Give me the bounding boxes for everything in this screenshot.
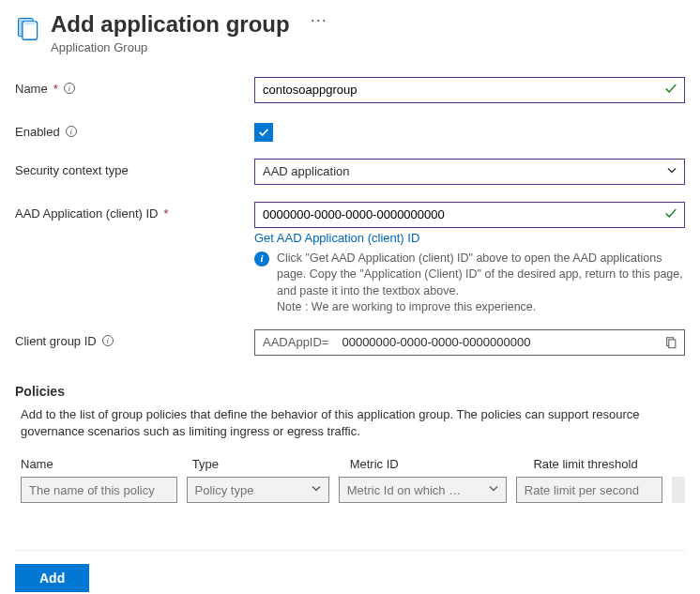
policy-col-metric: Metric ID <box>350 457 525 471</box>
name-input[interactable] <box>254 77 685 103</box>
policy-col-rate: Rate limit threshold <box>533 457 685 471</box>
security-context-label: Security context type <box>15 163 129 177</box>
add-button[interactable]: Add <box>15 564 89 592</box>
aad-client-id-help-text: Click "Get AAD Application (client) ID" … <box>277 251 685 316</box>
get-aad-client-id-link[interactable]: Get AAD Application (client) ID <box>254 231 419 245</box>
required-marker: * <box>53 82 58 96</box>
info-icon[interactable]: i <box>66 126 77 137</box>
required-marker: * <box>163 206 168 221</box>
security-context-select[interactable]: AAD application <box>254 159 685 185</box>
client-group-id-field: AADAppID= 00000000-0000-0000-0000000000 <box>254 329 685 356</box>
policy-type-select[interactable] <box>187 477 329 503</box>
client-group-id-value: 00000000-0000-0000-0000000000 <box>336 335 658 349</box>
policy-rate-input[interactable] <box>516 477 662 503</box>
page-title: Add application group <box>51 11 290 38</box>
copy-button[interactable] <box>658 330 684 355</box>
info-icon[interactable]: i <box>64 83 75 94</box>
enabled-label: Enabled <box>15 125 60 139</box>
client-group-id-label: Client group ID <box>15 334 97 348</box>
enabled-checkbox[interactable] <box>254 123 273 142</box>
client-group-id-prefix: AADAppID= <box>255 335 336 349</box>
name-label: Name <box>15 82 48 96</box>
policy-col-name: Name <box>21 457 183 471</box>
policies-section-title: Policies <box>15 384 685 399</box>
info-icon: i <box>254 251 269 267</box>
policy-name-input[interactable] <box>21 477 177 503</box>
policy-col-type: Type <box>192 457 341 471</box>
app-group-icon <box>15 15 41 41</box>
aad-client-id-input[interactable] <box>254 202 685 228</box>
policy-row-action-area <box>672 477 685 503</box>
svg-rect-3 <box>669 340 676 348</box>
info-icon[interactable]: i <box>102 335 114 346</box>
policy-metric-select[interactable] <box>339 477 507 503</box>
aad-client-id-label: AAD Application (client) ID <box>15 206 158 221</box>
policies-description: Add to the list of group policies that d… <box>15 406 685 440</box>
page-subtitle: Application Group <box>51 40 290 54</box>
more-actions-button[interactable]: ··· <box>311 11 327 28</box>
